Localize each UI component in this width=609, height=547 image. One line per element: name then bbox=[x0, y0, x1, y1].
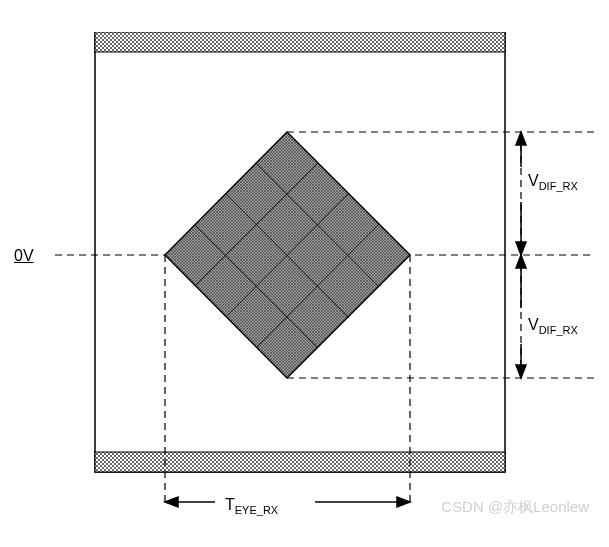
bottom-bar bbox=[95, 452, 505, 472]
svg-marker-15 bbox=[516, 365, 526, 378]
top-bar bbox=[95, 32, 505, 52]
eye-diagram bbox=[55, 32, 595, 512]
zero-voltage-label: 0V bbox=[14, 247, 34, 265]
svg-marker-19 bbox=[397, 497, 410, 507]
svg-marker-17 bbox=[165, 497, 178, 507]
svg-marker-13 bbox=[516, 255, 526, 268]
svg-marker-9 bbox=[516, 132, 526, 145]
teye-arrow bbox=[165, 497, 410, 507]
